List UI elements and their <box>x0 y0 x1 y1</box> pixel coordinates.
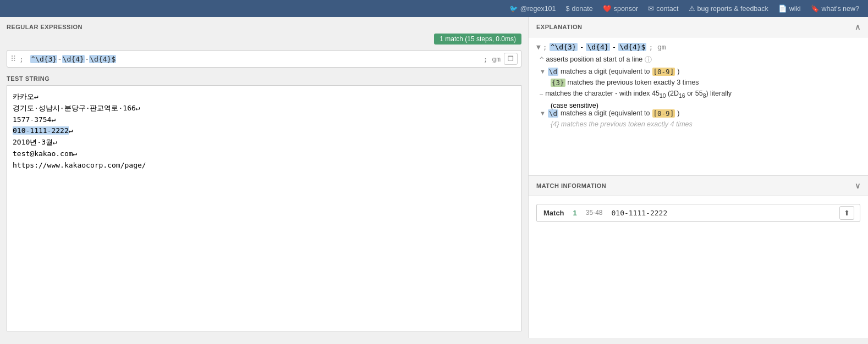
exp-3-text: matches the previous token exactly 3 tim… <box>568 79 699 86</box>
exp-dash1: - <box>580 43 584 51</box>
regex-dash2: - <box>85 54 89 63</box>
top-navigation: 🐦 @regex101 $ donate ❤️ sponsor ✉ contac… <box>0 0 868 17</box>
exp-3-token: {3} <box>551 79 565 87</box>
exp-toggle-d2[interactable]: ▼ <box>540 110 546 116</box>
heart-icon: ❤️ <box>603 4 612 13</box>
exp-dash-text: matches the character - with index 4510 … <box>545 90 732 99</box>
match-label-text: Match <box>543 209 564 217</box>
regex-section: REGULAR EXPRESSION 1 match (15 steps, 0.… <box>7 24 521 70</box>
exp-4-hint-text: {4} matches the previous token exactly 4… <box>551 120 693 128</box>
match-row: Match 1 35-48 010-1111-2222 ⬆ <box>536 204 860 222</box>
exp-d2-text: matches a digit (equivalent to <box>561 109 650 117</box>
exp-toggle-d1[interactable]: ▼ <box>540 68 546 75</box>
main-layout: REGULAR EXPRESSION 1 match (15 steps, 0.… <box>0 17 868 338</box>
twitter-icon: 🐦 <box>509 4 518 13</box>
exp-token-d4a: \d{4} <box>586 43 609 51</box>
wiki-link[interactable]: 📄 wiki <box>778 4 801 13</box>
donate-link[interactable]: $ donate <box>566 5 593 13</box>
exp-d1-text: matches a digit (equivalent to <box>561 68 650 75</box>
exp-d2-children: {4} matches the previous token exactly 4… <box>540 120 860 128</box>
exp-item-dash: – matches the character - with index 451… <box>540 90 860 99</box>
explanation-tree: ^ asserts position at start of a line ⓘ … <box>536 56 860 128</box>
exp-d1-children: {3} matches the previous token exactly 3… <box>540 79 860 87</box>
exp-semicolon: ; <box>543 43 547 51</box>
test-line-3: 1577-3754↵ <box>13 114 515 126</box>
match-range: 35-48 <box>586 209 603 217</box>
match-info-label: MATCH INFORMATION <box>536 182 606 189</box>
explanation-label: EXPLANATION <box>536 24 583 30</box>
bug-reports-link[interactable]: ⚠ bug reports & feedback <box>689 4 768 13</box>
left-panel: REGULAR EXPRESSION 1 match (15 steps, 0.… <box>0 17 528 338</box>
sponsor-link[interactable]: ❤️ sponsor <box>603 4 638 13</box>
dollar-icon: $ <box>566 5 570 13</box>
test-string-textarea[interactable]: 카카오↵ 경기도·성남시·분당구·판교역로·166↵ 1577-3754↵ 01… <box>7 85 521 331</box>
match-number: 1 <box>573 209 577 217</box>
match-badge-row: 1 match (15 steps, 0.0ms) <box>7 34 521 48</box>
test-string-section: TEST STRING 카카오↵ 경기도·성남시·분당구·판교역로·166↵ 1… <box>7 75 521 331</box>
exp-d1-token: \d <box>548 68 558 76</box>
whats-new-link[interactable]: 🔖 what's new? <box>811 4 859 13</box>
wiki-icon: 📄 <box>778 4 787 13</box>
match-badge: 1 match (15 steps, 0.0ms) <box>434 34 521 45</box>
exp-item-d2-group: ▼ \d matches a digit (equivalent to [0-9… <box>540 109 860 128</box>
match-export-button[interactable]: ⬆ <box>839 206 854 220</box>
regex-delimiter-start: ; <box>19 55 24 63</box>
email-icon: ✉ <box>648 4 654 13</box>
explanation-collapse-icon[interactable]: ∧ <box>855 23 861 31</box>
exp-item-4-times-hint: {4} matches the previous token exactly 4… <box>551 120 860 128</box>
explanation-top-line: ▼ ; ^\d{3} - \d{4} - \d{4}$ ; gm <box>536 43 860 51</box>
exp-d2-token: \d <box>548 109 558 118</box>
exp-token-d3: ^\d{3} <box>550 43 578 51</box>
match-info-header: MATCH INFORMATION ∨ <box>529 176 868 196</box>
regex-token-d4b: \d{4}$ <box>89 55 116 63</box>
test-string-label: TEST STRING <box>7 75 521 82</box>
copy-regex-button[interactable]: ❐ <box>504 53 518 65</box>
new-icon: 🔖 <box>811 4 820 13</box>
match-value: 010-1111-2222 <box>612 209 668 217</box>
exp-item-dash-group: – matches the character - with index 451… <box>540 90 860 109</box>
exp-delimiter: ▼ <box>536 43 541 51</box>
test-line-5: 2010년·3월↵ <box>13 137 515 148</box>
exp-case-sensitive: (case sensitive) <box>551 102 598 109</box>
regex-section-label: REGULAR EXPRESSION <box>7 24 521 30</box>
regex-token-d3: ^\d{3} <box>30 55 57 63</box>
contact-link[interactable]: ✉ contact <box>648 4 678 13</box>
right-panel: EXPLANATION ∧ ▼ ; ^\d{3} - \d{4} - \d{4}… <box>528 17 868 338</box>
exp-dash2: - <box>612 43 617 51</box>
exp-item-d1-group: ▼ \d matches a digit (equivalent to [0-9… <box>540 68 860 87</box>
export-icon: ⬆ <box>844 209 850 217</box>
exp-item-d1: ▼ \d matches a digit (equivalent to [0-9… <box>540 68 860 76</box>
explanation-body: ▼ ; ^\d{3} - \d{4} - \d{4}$ ; gm ^ asser… <box>529 37 868 176</box>
exp-flags: ; gm <box>649 43 666 51</box>
explanation-header: EXPLANATION ∧ <box>529 17 868 37</box>
twitter-link[interactable]: 🐦 @regex101 <box>509 4 556 13</box>
regex-input-row: ⠿ ; ^\d{3} - \d{4} - \d{4}$ ; gm ❐ <box>7 50 521 68</box>
exp-d2-range: [0-9] <box>652 109 675 118</box>
matched-text: 010-1111-2222 <box>13 126 69 135</box>
exp-item-d2: ▼ \d matches a digit (equivalent to [0-9… <box>540 109 860 118</box>
regex-token-d4a: \d{4} <box>62 55 85 63</box>
exp-caret-text: asserts position at start of a line <box>546 56 643 63</box>
regex-dash1: - <box>57 54 62 63</box>
test-line-2: 경기도·성남시·분당구·판교역로·166↵ <box>13 103 515 114</box>
regex-cursor[interactable] <box>116 54 479 63</box>
drag-handle-icon[interactable]: ⠿ <box>10 54 16 63</box>
exp-item-caret: ^ asserts position at start of a line ⓘ <box>540 56 860 65</box>
test-line-4: 010-1111-2222↵ <box>13 125 515 137</box>
match-info-collapse-icon[interactable]: ∨ <box>855 181 861 190</box>
test-line-1: 카카오↵ <box>13 91 515 103</box>
exp-item-3-times: {3} matches the previous token exactly 3… <box>551 79 860 87</box>
exp-dash-bullet: – <box>540 90 543 97</box>
warning-icon: ⚠ <box>689 4 695 13</box>
exp-info-icon[interactable]: ⓘ <box>645 56 652 65</box>
exp-bullet-caret: ^ <box>540 56 544 64</box>
match-info-body: Match 1 35-48 010-1111-2222 ⬆ <box>529 196 868 339</box>
test-line-7: https://www.kakaocorp.com/page/ <box>13 160 515 171</box>
exp-d1-range: [0-9] <box>652 68 675 76</box>
regex-flags: ; gm <box>484 55 501 63</box>
exp-token-d4b: \d{4}$ <box>618 43 646 51</box>
exp-dash-case: (case sensitive) <box>540 102 860 109</box>
test-line-6: test@kakao.com↵ <box>13 148 515 160</box>
